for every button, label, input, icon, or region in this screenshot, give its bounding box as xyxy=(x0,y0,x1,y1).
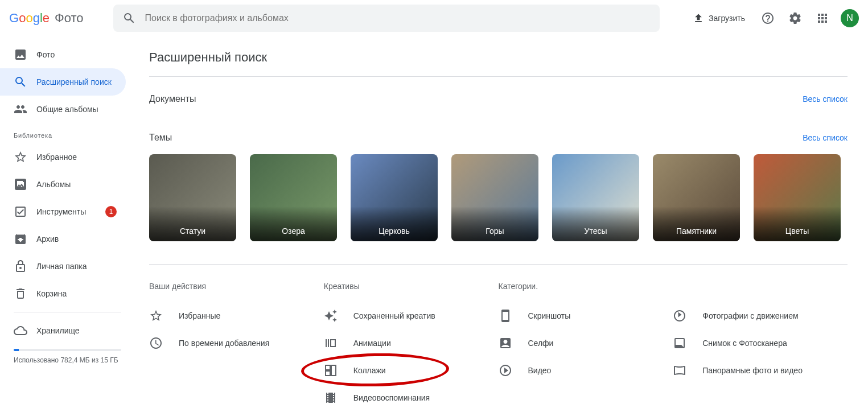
nav-label: Избранное xyxy=(36,152,77,162)
things-tile[interactable]: Озера xyxy=(250,154,337,241)
search-icon xyxy=(122,11,136,25)
collage-icon xyxy=(324,364,338,377)
search-icon xyxy=(14,75,27,89)
movie-icon xyxy=(324,391,338,404)
nav-photos[interactable]: Фото xyxy=(0,41,126,68)
categories2-col-title xyxy=(673,282,848,291)
nav-explore[interactable]: Расширенный поиск xyxy=(0,68,126,96)
things-section-title: Темы xyxy=(149,133,172,143)
documents-see-all-link[interactable]: Весь список xyxy=(803,94,848,104)
nav-label: Расширенный поиск xyxy=(36,77,112,86)
clock-icon xyxy=(149,336,163,350)
sidebar: Фото Расширенный поиск Общие альбомы Биб… xyxy=(0,36,135,404)
nav-archive[interactable]: Архив xyxy=(0,225,126,253)
help-button[interactable] xyxy=(756,7,779,30)
nav-label: Архив xyxy=(36,234,59,244)
logo[interactable]: Google Фото xyxy=(9,11,84,26)
photo-icon xyxy=(14,48,27,61)
search-bar[interactable] xyxy=(113,5,660,32)
cloud-icon xyxy=(14,324,27,337)
tile-label: Церковь xyxy=(351,226,438,236)
search-input[interactable] xyxy=(145,13,651,23)
tile-label: Цветы xyxy=(754,226,841,236)
upload-button[interactable]: Загрузить xyxy=(686,8,752,28)
selfies-item[interactable]: Селфи xyxy=(499,329,673,357)
cinematic-item[interactable]: Видеовоспоминания xyxy=(324,384,499,404)
phone-icon xyxy=(499,309,512,323)
nav-albums[interactable]: Альбомы xyxy=(0,171,126,198)
videos-item[interactable]: Видео xyxy=(499,357,673,384)
item-label: Сохраненный креатив xyxy=(353,311,435,320)
upload-label: Загрузить xyxy=(709,14,745,23)
nav-locked[interactable]: Личная папка xyxy=(0,253,126,280)
item-label: Селфи xyxy=(528,339,554,348)
gear-icon xyxy=(788,11,802,25)
top-bar: Google Фото Загрузить N xyxy=(0,0,868,36)
item-label: Скриншоты xyxy=(528,311,571,320)
star-icon xyxy=(149,309,163,323)
avatar[interactable]: N xyxy=(841,9,859,27)
sparkle-icon xyxy=(324,309,338,323)
nav-storage[interactable]: Хранилище xyxy=(0,317,126,344)
storage-text: Использовано 782,4 МБ из 15 ГБ xyxy=(14,356,121,365)
nav-favorites[interactable]: Избранное xyxy=(0,143,126,171)
settings-button[interactable] xyxy=(784,7,807,30)
nav-trash[interactable]: Корзина xyxy=(0,280,126,307)
item-label: Видео xyxy=(528,366,552,375)
nav-label: Инструменты xyxy=(36,207,86,216)
star-icon xyxy=(14,150,27,164)
nav-label: Хранилище xyxy=(36,326,80,335)
storage-bar xyxy=(14,349,121,351)
tile-label: Озера xyxy=(250,226,337,236)
selfie-icon xyxy=(499,336,512,350)
trash-icon xyxy=(14,287,27,300)
things-tile[interactable]: Горы xyxy=(451,154,538,241)
svg-text:Google: Google xyxy=(9,11,50,25)
tile-label: Утесы xyxy=(552,226,639,236)
item-label: Анимации xyxy=(353,339,391,348)
google-logo-icon: Google xyxy=(9,11,51,25)
item-label: Панорамные фото и видео xyxy=(702,366,803,375)
things-tile[interactable]: Цветы xyxy=(754,154,841,241)
nav-label: Корзина xyxy=(36,289,67,298)
item-label: Снимок с Фотосканера xyxy=(702,339,787,348)
things-tile[interactable]: Утесы xyxy=(552,154,639,241)
utilities-icon xyxy=(14,205,27,219)
tile-label: Горы xyxy=(451,226,538,236)
recently-added-item[interactable]: По времени добавления xyxy=(149,329,324,357)
nav-label: Общие альбомы xyxy=(36,105,98,114)
divider xyxy=(14,312,121,312)
things-tile[interactable]: Церковь xyxy=(351,154,438,241)
motion-photos-item[interactable]: Фотографии с движением xyxy=(673,302,848,329)
animation-icon xyxy=(324,336,338,350)
panorama-item[interactable]: Панорамные фото и видео xyxy=(673,357,848,384)
categories-col-title: Категории. xyxy=(499,282,673,291)
favorites-item[interactable]: Избранные xyxy=(149,302,324,329)
item-label: Избранные xyxy=(179,311,220,320)
nav-label: Личная папка xyxy=(36,262,87,271)
photoscan-item[interactable]: Снимок с Фотосканера xyxy=(673,329,848,357)
animations-item[interactable]: Анимации xyxy=(324,329,499,357)
apps-button[interactable] xyxy=(811,7,834,30)
library-section-title: Библиотека xyxy=(0,123,135,143)
apps-icon xyxy=(816,11,829,25)
nav-utilities[interactable]: Инструменты1 xyxy=(0,198,126,225)
collages-item[interactable]: Коллажи xyxy=(324,357,499,384)
help-icon xyxy=(761,11,775,25)
item-label: Фотографии с движением xyxy=(702,311,798,320)
badge: 1 xyxy=(105,206,117,217)
motion-icon xyxy=(673,309,686,323)
archive-icon xyxy=(14,232,27,246)
saved-creations-item[interactable]: Сохраненный креатив xyxy=(324,302,499,329)
screenshots-item[interactable]: Скриншоты xyxy=(499,302,673,329)
creations-col-title: Креативы xyxy=(324,282,499,291)
tile-label: Статуи xyxy=(149,226,236,236)
things-see-all-link[interactable]: Весь список xyxy=(803,133,848,142)
upload-icon xyxy=(693,13,704,24)
nav-sharing[interactable]: Общие альбомы xyxy=(0,96,126,123)
panorama-icon xyxy=(673,364,686,377)
things-tile[interactable]: Статуи xyxy=(149,154,236,241)
people-icon xyxy=(14,102,27,116)
things-tile[interactable]: Памятники xyxy=(653,154,740,241)
logo-text: Фото xyxy=(55,11,84,26)
